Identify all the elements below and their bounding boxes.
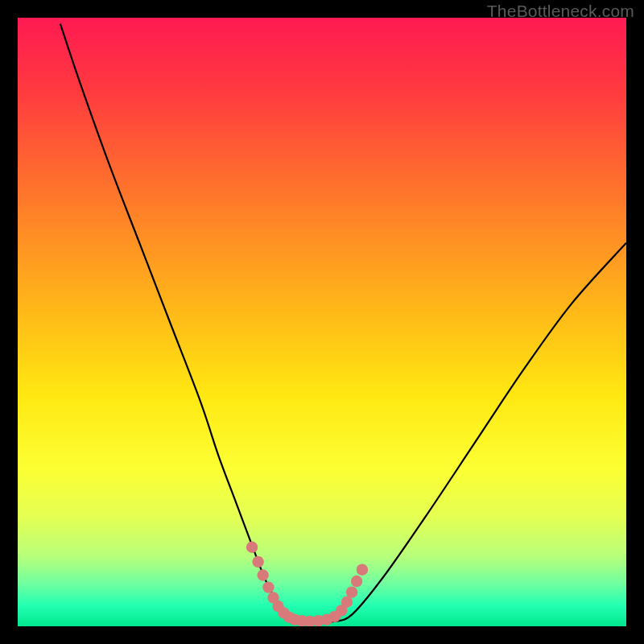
optimal-marker — [262, 581, 274, 592]
optimal-marker — [257, 569, 268, 580]
optimal-marker — [357, 564, 368, 575]
bottleneck-curve — [60, 24, 626, 623]
optimal-range-markers — [246, 542, 368, 626]
chart-frame — [18, 18, 626, 626]
watermark-text: TheBottleneck.com — [487, 2, 634, 21]
optimal-marker — [252, 556, 263, 568]
optimal-marker — [351, 576, 362, 587]
curve-layer — [18, 18, 626, 626]
optimal-marker — [246, 542, 258, 553]
optimal-marker — [346, 586, 357, 597]
